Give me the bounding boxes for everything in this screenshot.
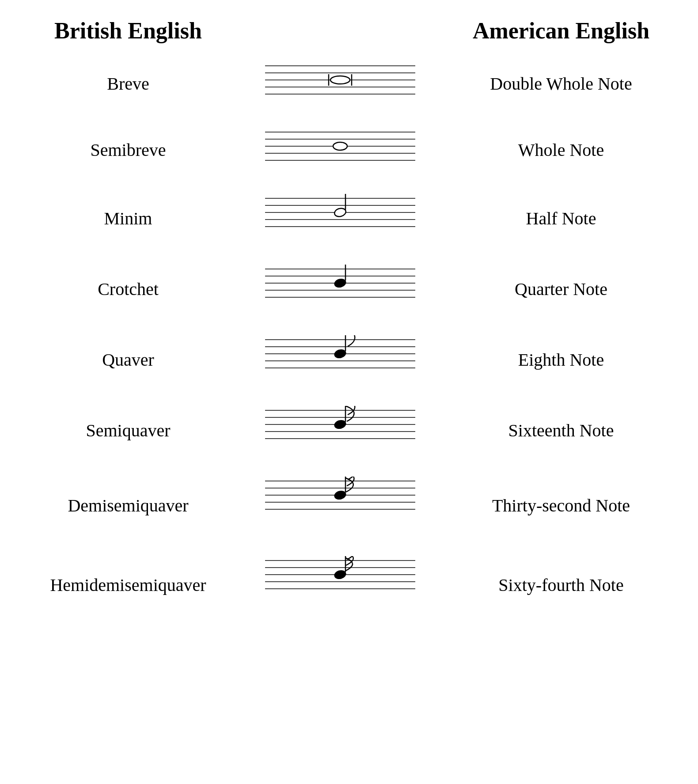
staff-semiquaver xyxy=(256,406,424,454)
svg-point-43 xyxy=(334,419,347,430)
british-name-hemidemisemiquaver: Hemidemisemiquaver xyxy=(35,575,221,595)
staff-demisemiquaver xyxy=(256,477,424,534)
note-row-demisemiquaver: Demisemiquaver Thirty-second Note xyxy=(27,477,671,534)
british-name-semiquaver: Semiquaver xyxy=(35,420,221,441)
british-english-header: British English xyxy=(35,18,221,44)
note-row-crotchet: Crotchet Quarter Note xyxy=(27,265,671,313)
british-name-semibreve: Semibreve xyxy=(35,140,221,160)
note-row-semiquaver: Semiquaver Sixteenth Note xyxy=(27,406,671,454)
american-name-crotchet: Quarter Note xyxy=(459,279,663,299)
note-row-breve: Breve Double Whole Note xyxy=(27,61,671,106)
american-english-header: American English xyxy=(459,18,663,44)
note-row-minim: Minim Half Note xyxy=(27,194,671,242)
american-name-minim: Half Note xyxy=(459,208,663,229)
note-row-quaver: Quaver Eighth Note xyxy=(27,335,671,384)
american-name-hemidemisemiquaver: Sixty-fourth Note xyxy=(459,575,663,595)
staff-crotchet xyxy=(256,265,424,313)
svg-point-16 xyxy=(336,144,343,148)
british-name-demisemiquaver: Demisemiquaver xyxy=(35,495,221,516)
svg-point-36 xyxy=(334,348,347,359)
header-row: British English American English xyxy=(27,18,671,44)
svg-point-29 xyxy=(334,278,347,288)
american-name-semiquaver: Sixteenth Note xyxy=(459,420,663,441)
staff-semibreve xyxy=(256,128,424,172)
staff-minim xyxy=(256,194,424,242)
british-name-minim: Minim xyxy=(35,208,221,229)
staff-breve xyxy=(256,61,424,106)
staff-hemidemisemiquaver xyxy=(256,556,424,614)
note-row-semibreve: Semibreve Whole Note xyxy=(27,128,671,172)
note-row-hemidemisemiquaver: Hemidemisemiquaver Sixty-fourth Note xyxy=(27,556,671,614)
svg-point-57 xyxy=(334,569,347,580)
staff-quaver xyxy=(256,335,424,384)
american-name-demisemiquaver: Thirty-second Note xyxy=(459,495,663,516)
british-name-quaver: Quaver xyxy=(35,349,221,370)
american-name-breve: Double Whole Note xyxy=(459,73,663,94)
svg-point-8 xyxy=(334,78,346,82)
svg-point-22 xyxy=(334,207,347,218)
svg-point-50 xyxy=(334,490,347,500)
american-name-semibreve: Whole Note xyxy=(459,140,663,160)
british-name-crotchet: Crotchet xyxy=(35,279,221,299)
american-name-quaver: Eighth Note xyxy=(459,349,663,370)
british-name-breve: Breve xyxy=(35,73,221,94)
